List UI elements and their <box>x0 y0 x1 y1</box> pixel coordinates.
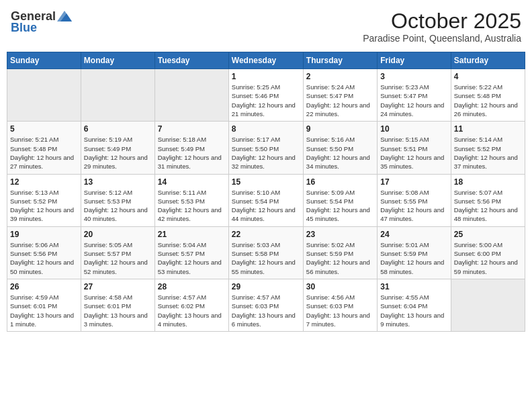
calendar-cell: 12Sunrise: 5:13 AMSunset: 5:52 PMDayligh… <box>7 174 81 226</box>
day-number: 8 <box>232 124 300 134</box>
calendar-cell: 27Sunrise: 4:58 AMSunset: 6:01 PMDayligh… <box>81 279 154 331</box>
calendar-cell: 29Sunrise: 4:57 AMSunset: 6:03 PMDayligh… <box>228 279 303 331</box>
calendar-cell: 18Sunrise: 5:07 AMSunset: 5:56 PMDayligh… <box>451 174 525 226</box>
day-content: Sunrise: 5:23 AMSunset: 5:47 PMDaylight:… <box>380 83 447 118</box>
day-content: Sunrise: 5:18 AMSunset: 5:49 PMDaylight:… <box>158 135 226 171</box>
calendar-cell: 25Sunrise: 5:00 AMSunset: 6:00 PMDayligh… <box>451 226 525 279</box>
calendar-cell: 7Sunrise: 5:18 AMSunset: 5:49 PMDaylight… <box>154 122 228 174</box>
day-number: 22 <box>232 230 300 239</box>
calendar-cell: 28Sunrise: 4:57 AMSunset: 6:02 PMDayligh… <box>154 279 228 331</box>
day-header-sunday: Sunday <box>7 52 81 69</box>
day-number: 14 <box>158 177 226 187</box>
day-content: Sunrise: 5:03 AMSunset: 5:58 PMDaylight:… <box>232 240 300 276</box>
day-content: Sunrise: 5:13 AMSunset: 5:52 PMDaylight:… <box>10 188 78 224</box>
day-content: Sunrise: 5:02 AMSunset: 5:59 PMDaylight:… <box>306 240 374 276</box>
day-number: 30 <box>306 282 374 291</box>
calendar-cell: 4Sunrise: 5:22 AMSunset: 5:48 PMDaylight… <box>451 69 525 122</box>
day-content: Sunrise: 5:14 AMSunset: 5:52 PMDaylight:… <box>454 135 522 171</box>
day-content: Sunrise: 4:56 AMSunset: 6:03 PMDaylight:… <box>306 293 374 328</box>
day-header-wednesday: Wednesday <box>228 52 303 69</box>
day-header-tuesday: Tuesday <box>154 52 228 69</box>
logo: General Blue <box>11 9 72 35</box>
day-number: 6 <box>84 124 152 134</box>
calendar-cell: 14Sunrise: 5:11 AMSunset: 5:53 PMDayligh… <box>154 174 228 226</box>
day-number: 10 <box>380 124 447 134</box>
day-number: 16 <box>306 177 374 187</box>
day-content: Sunrise: 5:16 AMSunset: 5:50 PMDaylight:… <box>306 135 374 171</box>
location: Paradise Point, Queensland, Australia <box>363 33 521 44</box>
title-block: October 2025 Paradise Point, Queensland,… <box>363 9 521 44</box>
day-content: Sunrise: 4:57 AMSunset: 6:02 PMDaylight:… <box>158 293 226 328</box>
calendar-cell: 6Sunrise: 5:19 AMSunset: 5:49 PMDaylight… <box>81 122 154 174</box>
calendar-header-row: SundayMondayTuesdayWednesdayThursdayFrid… <box>7 52 525 69</box>
day-content: Sunrise: 5:06 AMSunset: 5:56 PMDaylight:… <box>10 240 78 276</box>
calendar-cell <box>7 69 81 122</box>
calendar-cell: 24Sunrise: 5:01 AMSunset: 5:59 PMDayligh… <box>378 226 451 279</box>
day-content: Sunrise: 4:59 AMSunset: 6:01 PMDaylight:… <box>10 293 78 328</box>
month-year: October 2025 <box>363 9 521 33</box>
calendar-cell <box>81 69 154 122</box>
calendar-cell: 26Sunrise: 4:59 AMSunset: 6:01 PMDayligh… <box>7 279 81 331</box>
calendar-cell: 22Sunrise: 5:03 AMSunset: 5:58 PMDayligh… <box>228 226 303 279</box>
calendar-cell: 20Sunrise: 5:05 AMSunset: 5:57 PMDayligh… <box>81 226 154 279</box>
calendar-cell: 3Sunrise: 5:23 AMSunset: 5:47 PMDaylight… <box>378 69 451 122</box>
calendar-table: SundayMondayTuesdayWednesdayThursdayFrid… <box>7 52 525 332</box>
calendar-cell: 19Sunrise: 5:06 AMSunset: 5:56 PMDayligh… <box>7 226 81 279</box>
day-content: Sunrise: 5:09 AMSunset: 5:54 PMDaylight:… <box>306 188 374 224</box>
day-number: 25 <box>454 230 522 239</box>
day-number: 9 <box>306 124 374 134</box>
day-number: 18 <box>454 177 522 187</box>
day-number: 3 <box>380 72 447 81</box>
calendar-cell: 9Sunrise: 5:16 AMSunset: 5:50 PMDaylight… <box>303 122 377 174</box>
calendar-week-row: 19Sunrise: 5:06 AMSunset: 5:56 PMDayligh… <box>7 226 525 279</box>
day-header-thursday: Thursday <box>303 52 377 69</box>
day-number: 29 <box>232 282 300 291</box>
calendar-cell: 5Sunrise: 5:21 AMSunset: 5:48 PMDaylight… <box>7 122 81 174</box>
day-number: 2 <box>306 72 374 81</box>
day-content: Sunrise: 5:21 AMSunset: 5:48 PMDaylight:… <box>10 135 78 171</box>
day-content: Sunrise: 4:55 AMSunset: 6:04 PMDaylight:… <box>380 293 447 328</box>
calendar-cell: 10Sunrise: 5:15 AMSunset: 5:51 PMDayligh… <box>378 122 451 174</box>
day-number: 5 <box>10 124 78 134</box>
day-number: 19 <box>10 230 78 239</box>
day-number: 27 <box>84 282 152 291</box>
day-number: 31 <box>380 282 447 291</box>
day-content: Sunrise: 5:19 AMSunset: 5:49 PMDaylight:… <box>84 135 152 171</box>
calendar-cell: 17Sunrise: 5:08 AMSunset: 5:55 PMDayligh… <box>378 174 451 226</box>
calendar-week-row: 12Sunrise: 5:13 AMSunset: 5:52 PMDayligh… <box>7 174 525 226</box>
day-content: Sunrise: 5:04 AMSunset: 5:57 PMDaylight:… <box>158 240 226 276</box>
day-content: Sunrise: 5:17 AMSunset: 5:50 PMDaylight:… <box>232 135 300 171</box>
calendar-cell: 31Sunrise: 4:55 AMSunset: 6:04 PMDayligh… <box>378 279 451 331</box>
day-header-monday: Monday <box>81 52 154 69</box>
calendar-week-row: 5Sunrise: 5:21 AMSunset: 5:48 PMDaylight… <box>7 122 525 174</box>
calendar-cell <box>451 279 525 331</box>
calendar-cell: 2Sunrise: 5:24 AMSunset: 5:47 PMDaylight… <box>303 69 377 122</box>
day-content: Sunrise: 5:22 AMSunset: 5:48 PMDaylight:… <box>454 83 522 118</box>
calendar-cell: 8Sunrise: 5:17 AMSunset: 5:50 PMDaylight… <box>228 122 303 174</box>
day-content: Sunrise: 4:58 AMSunset: 6:01 PMDaylight:… <box>84 293 152 328</box>
day-number: 12 <box>10 177 78 187</box>
day-content: Sunrise: 5:01 AMSunset: 5:59 PMDaylight:… <box>380 240 447 276</box>
day-content: Sunrise: 5:00 AMSunset: 6:00 PMDaylight:… <box>454 240 522 276</box>
calendar-cell: 13Sunrise: 5:12 AMSunset: 5:53 PMDayligh… <box>81 174 154 226</box>
day-number: 23 <box>306 230 374 239</box>
page-header: General Blue October 2025 Paradise Point… <box>7 7 525 46</box>
day-number: 1 <box>232 72 300 81</box>
calendar-cell: 16Sunrise: 5:09 AMSunset: 5:54 PMDayligh… <box>303 174 377 226</box>
calendar-cell: 30Sunrise: 4:56 AMSunset: 6:03 PMDayligh… <box>303 279 377 331</box>
day-number: 15 <box>232 177 300 187</box>
day-content: Sunrise: 4:57 AMSunset: 6:03 PMDaylight:… <box>232 293 300 328</box>
day-header-saturday: Saturday <box>451 52 525 69</box>
calendar-week-row: 26Sunrise: 4:59 AMSunset: 6:01 PMDayligh… <box>7 279 525 331</box>
day-content: Sunrise: 5:15 AMSunset: 5:51 PMDaylight:… <box>380 135 447 171</box>
calendar-cell: 21Sunrise: 5:04 AMSunset: 5:57 PMDayligh… <box>154 226 228 279</box>
calendar-cell: 11Sunrise: 5:14 AMSunset: 5:52 PMDayligh… <box>451 122 525 174</box>
day-number: 24 <box>380 230 447 239</box>
day-number: 20 <box>84 230 152 239</box>
day-number: 21 <box>158 230 226 239</box>
calendar-week-row: 1Sunrise: 5:25 AMSunset: 5:46 PMDaylight… <box>7 69 525 122</box>
day-content: Sunrise: 5:08 AMSunset: 5:55 PMDaylight:… <box>380 188 447 224</box>
logo-blue: Blue <box>11 21 37 35</box>
logo-icon <box>57 11 72 21</box>
day-content: Sunrise: 5:25 AMSunset: 5:46 PMDaylight:… <box>232 83 300 118</box>
